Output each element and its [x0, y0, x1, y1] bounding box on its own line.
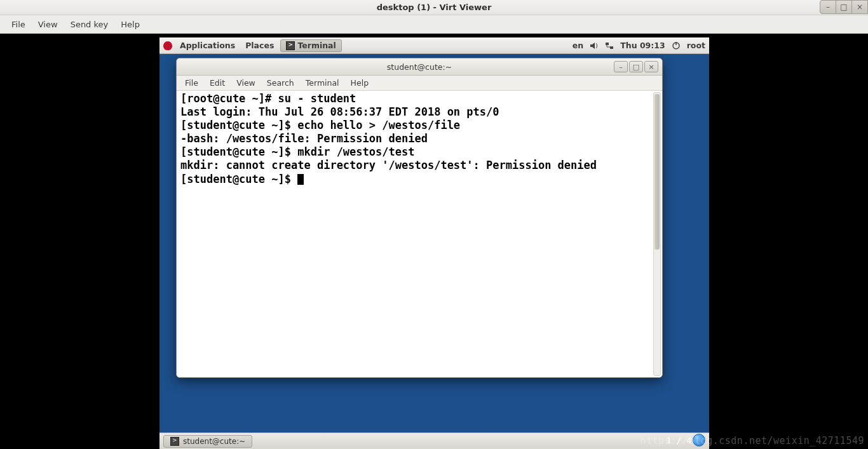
host-menu-help[interactable]: Help [114, 17, 146, 32]
panel-lang[interactable]: en [573, 41, 583, 50]
terminal-titlebar[interactable]: student@cute:~ – □ × [177, 58, 662, 76]
host-title: desktop (1) - Virt Viewer [377, 3, 492, 12]
host-menu-view[interactable]: View [32, 17, 64, 32]
panel-active-app-label: Terminal [297, 41, 336, 50]
terminal-menu-edit[interactable]: Edit [204, 76, 231, 90]
distro-icon [163, 41, 172, 50]
terminal-menu-view[interactable]: View [231, 76, 261, 90]
taskbar-terminal-label: student@cute:~ [183, 437, 245, 446]
host-menu-sendkey[interactable]: Send key [64, 17, 115, 32]
info-icon [693, 434, 705, 446]
terminal-menubar: File Edit View Search Terminal Help [177, 76, 662, 91]
terminal-menu-terminal[interactable]: Terminal [300, 76, 345, 90]
panel-user[interactable]: root [687, 41, 705, 50]
guest-desktop: Applications Places Terminal en Thu 09:1… [159, 37, 709, 449]
host-menu-file[interactable]: File [5, 17, 32, 32]
panel-applications[interactable]: Applications [176, 39, 239, 51]
gnome-top-panel: Applications Places Terminal en Thu 09:1… [159, 37, 709, 54]
page-indicator: 1 / 4 [667, 436, 691, 445]
terminal-scrollbar[interactable] [653, 92, 661, 376]
terminal-icon [286, 41, 295, 50]
panel-clock[interactable]: Thu 09:13 [620, 41, 665, 50]
power-icon[interactable] [672, 41, 681, 50]
terminal-icon [170, 437, 179, 446]
terminal-maximize-button[interactable]: □ [629, 61, 643, 72]
sound-icon[interactable] [590, 41, 599, 50]
terminal-menu-search[interactable]: Search [261, 76, 300, 90]
gnome-bottom-panel: student@cute:~ [159, 432, 709, 449]
terminal-menu-help[interactable]: Help [345, 76, 375, 90]
host-titlebar: desktop (1) - Virt Viewer – □ × [0, 0, 868, 15]
host-menubar: File View Send key Help [0, 15, 868, 34]
terminal-title: student@cute:~ [387, 62, 452, 72]
svg-rect-0 [606, 43, 609, 45]
host-close-button[interactable]: × [851, 0, 868, 14]
host-window-controls: – □ × [820, 0, 868, 14]
terminal-close-button[interactable]: × [644, 61, 658, 72]
network-icon[interactable] [605, 41, 614, 50]
host-maximize-button[interactable]: □ [836, 0, 852, 14]
vm-canvas: Applications Places Terminal en Thu 09:1… [0, 34, 868, 449]
terminal-window[interactable]: student@cute:~ – □ × File Edit View Sear… [176, 58, 663, 378]
panel-places[interactable]: Places [241, 39, 278, 51]
terminal-scrollbar-thumb[interactable] [654, 94, 660, 250]
terminal-menu-file[interactable]: File [179, 76, 204, 90]
terminal-body[interactable]: [root@cute ~]# su - student Last login: … [177, 91, 662, 377]
host-minimize-button[interactable]: – [820, 0, 836, 14]
terminal-window-controls: – □ × [614, 61, 658, 72]
terminal-cursor [297, 174, 304, 185]
terminal-minimize-button[interactable]: – [614, 61, 628, 72]
svg-rect-3 [675, 42, 677, 45]
taskbar-terminal[interactable]: student@cute:~ [163, 435, 252, 448]
terminal-output[interactable]: [root@cute ~]# su - student Last login: … [180, 92, 658, 186]
panel-active-app[interactable]: Terminal [280, 39, 341, 52]
